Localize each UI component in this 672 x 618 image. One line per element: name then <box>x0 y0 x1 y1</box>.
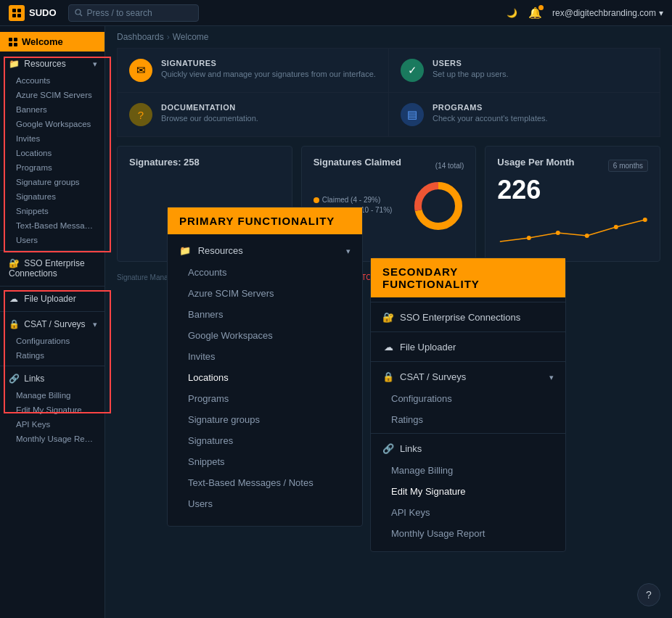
sidebar-sso-header[interactable]: 🔐 SSO Enterprise Connections <box>0 254 105 283</box>
search-placeholder: Press / to search <box>87 8 152 18</box>
sidebar-item[interactable]: Programs <box>0 160 105 175</box>
breadcrumb-dashboards[interactable]: Dashboards <box>117 32 164 42</box>
secondary-manage-billing[interactable]: Manage Billing <box>371 460 565 481</box>
csat-chevron <box>93 319 97 329</box>
csat-label: CSAT / Surveys <box>24 319 85 329</box>
primary-nav-sig-groups[interactable]: Signature groups <box>168 409 362 430</box>
svg-point-14 <box>556 231 560 235</box>
file-label: File Uploader <box>24 294 75 304</box>
sidebar-item[interactable]: Invites <box>0 131 105 146</box>
app-logo[interactable]: SUDO <box>9 5 57 21</box>
logo-icon <box>9 5 25 21</box>
sidebar-item-edit-signature[interactable]: Edit My Signature <box>0 403 105 417</box>
primary-nav-invites[interactable]: Invites <box>168 346 362 367</box>
sidebar-file-header[interactable]: ☁ File Uploader <box>0 289 105 308</box>
sidebar-item[interactable]: Signatures <box>0 189 105 204</box>
card-signatures-desc: Quickly view and manage your signatures … <box>161 70 376 78</box>
sidebar-item-locations[interactable]: Locations <box>0 146 105 160</box>
breadcrumb: Dashboards › Welcome <box>105 26 672 48</box>
stat-usage-label: Usage Per Month <box>497 157 574 168</box>
sidebar-item[interactable]: Signature groups <box>0 175 105 189</box>
primary-nav-azure[interactable]: Azure SCIM Servers <box>168 283 362 304</box>
secondary-sso-header[interactable]: 🔐 SSO Enterprise Connections <box>371 305 565 329</box>
doc-icon: ? <box>129 103 152 126</box>
sidebar-item[interactable]: Snippets <box>0 204 105 218</box>
notifications[interactable]: 🔔 <box>528 7 542 20</box>
sidebar-item[interactable]: Banners <box>0 102 105 117</box>
svg-point-17 <box>643 218 647 222</box>
theme-toggle[interactable]: 🌙 <box>505 7 518 20</box>
breadcrumb-sep: › <box>167 32 170 42</box>
resources-folder-icon: 📁 <box>179 244 191 256</box>
sidebar: Welcome 📁 Resources Accounts Azure SCIM … <box>0 26 105 618</box>
card-programs-content: PROGRAMS Check your account's templates. <box>433 103 548 123</box>
secondary-ratings[interactable]: Ratings <box>371 409 565 430</box>
svg-rect-1 <box>17 9 21 12</box>
programs-icon: ▤ <box>401 103 424 126</box>
sidebar-item[interactable]: Google Workspaces <box>0 117 105 131</box>
primary-resources-header[interactable]: 📁 Resources <box>168 239 362 262</box>
claimed-label: Claimed (4 - 29%) <box>322 196 381 204</box>
sidebar-item-api-keys[interactable]: API Keys <box>0 417 105 432</box>
donut-chart <box>413 181 464 231</box>
secondary-file-label: File Uploader <box>400 342 456 353</box>
secondary-api-keys[interactable]: API Keys <box>371 502 565 523</box>
sidebar-item-configurations[interactable]: Configurations <box>0 334 105 348</box>
primary-nav-banners[interactable]: Banners <box>168 304 362 325</box>
card-doc-desc: Browse our documentation. <box>161 114 258 123</box>
sidebar-item[interactable]: Users <box>0 233 105 247</box>
card-users-content: USERS Set up the app users. <box>433 59 509 78</box>
usage-period-badge[interactable]: 6 months <box>608 160 648 172</box>
card-documentation[interactable]: ? DOCUMENTATION Browse our documentation… <box>118 93 388 136</box>
search-bar[interactable]: Press / to search <box>68 4 199 22</box>
link-icon: 🔗 <box>9 374 19 384</box>
primary-nav-textbased[interactable]: Text-Based Messages / Notes <box>168 472 362 493</box>
svg-point-13 <box>527 236 531 240</box>
card-programs[interactable]: ▤ PROGRAMS Check your account's template… <box>389 93 660 136</box>
card-signatures[interactable]: ✉ SIGNATURES Quickly view and manage you… <box>118 49 388 92</box>
sidebar-section-resources: 📁 Resources Accounts Azure SCIM Servers … <box>0 54 105 247</box>
sidebar-csat-header[interactable]: 🔒 CSAT / Surveys <box>0 315 105 334</box>
secondary-monthly-report[interactable]: Monthly Usage Report <box>371 523 565 544</box>
secondary-configurations[interactable]: Configurations <box>371 388 565 409</box>
sidebar-links-header[interactable]: 🔗 Links <box>0 369 105 388</box>
secondary-box-header: SECONDARY FUNCTIONALITY <box>371 258 565 297</box>
help-button[interactable]: ? <box>637 583 660 606</box>
sidebar-item-usage-report[interactable]: Monthly Usage Report <box>0 432 105 446</box>
primary-nav-accounts[interactable]: Accounts <box>168 262 362 283</box>
sidebar-section-csat: 🔒 CSAT / Surveys Configurations Ratings <box>0 315 105 363</box>
secondary-links-header[interactable]: 🔗 Links <box>371 437 565 460</box>
app-name: SUDO <box>29 7 57 18</box>
primary-nav-google[interactable]: Google Workspaces <box>168 325 362 346</box>
sidebar-item-manage-billing[interactable]: Manage Billing <box>0 388 105 403</box>
primary-nav-locations[interactable]: Locations <box>168 367 362 388</box>
svg-rect-3 <box>17 14 21 17</box>
card-users-desc: Set up the app users. <box>433 70 509 78</box>
primary-box-header: PRIMARY FUNCTIONALITY <box>168 207 362 234</box>
card-signatures-title: SIGNATURES <box>161 59 376 67</box>
upload-icon: ☁ <box>9 294 19 304</box>
secondary-file-header[interactable]: ☁ File Uploader <box>371 335 565 358</box>
card-users[interactable]: ✓ USERS Set up the app users. <box>389 49 660 92</box>
users-icon: ✓ <box>401 59 424 82</box>
sidebar-item[interactable]: Accounts <box>0 73 105 88</box>
secondary-sso-label: SSO Enterprise Connections <box>400 312 520 323</box>
primary-nav-users[interactable]: Users <box>168 493 362 514</box>
sidebar-item-ratings[interactable]: Ratings <box>0 348 105 363</box>
svg-rect-2 <box>12 14 16 17</box>
svg-rect-7 <box>14 38 17 41</box>
secondary-csat-header[interactable]: 🔒 CSAT / Surveys <box>371 365 565 388</box>
primary-nav-snippets[interactable]: Snippets <box>168 451 362 472</box>
primary-nav-signatures[interactable]: Signatures <box>168 430 362 451</box>
primary-nav-programs[interactable]: Programs <box>168 388 362 409</box>
sidebar-welcome[interactable]: Welcome <box>0 32 105 52</box>
welcome-label: Welcome <box>22 36 63 47</box>
secondary-csat-chevron <box>549 371 554 382</box>
usage-chart <box>497 205 648 249</box>
sidebar-item[interactable]: Azure SCIM Servers <box>0 88 105 102</box>
sidebar-resources-header[interactable]: 📁 Resources <box>0 54 105 73</box>
sidebar-item[interactable]: Text-Based Messages / Notes <box>0 218 105 233</box>
secondary-edit-signature[interactable]: Edit My Signature <box>371 481 565 502</box>
dashboard-cards: ✉ SIGNATURES Quickly view and manage you… <box>117 48 660 137</box>
user-menu[interactable]: rex@digitechbranding.com ▾ <box>552 8 663 18</box>
